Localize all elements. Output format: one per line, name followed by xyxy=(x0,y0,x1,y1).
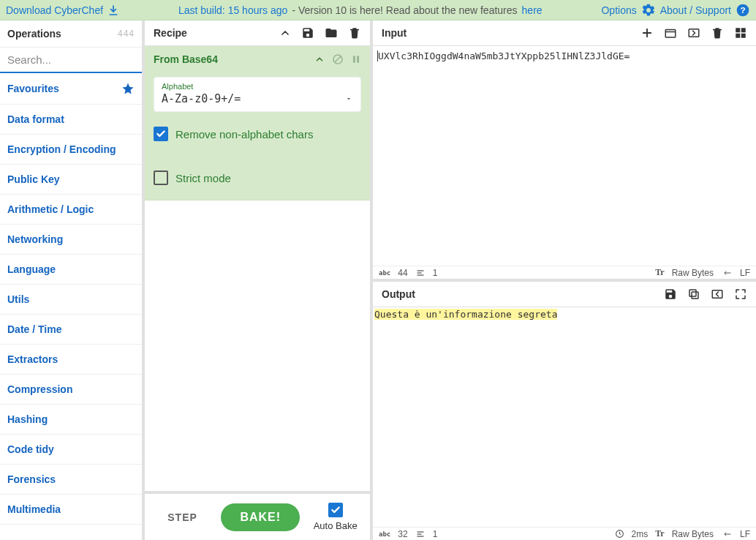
chevron-up-icon[interactable] xyxy=(279,26,291,40)
svg-rect-9 xyxy=(689,29,699,37)
folder-icon[interactable] xyxy=(325,26,338,40)
svg-rect-12 xyxy=(736,34,740,38)
input-title: Input xyxy=(382,27,407,39)
category-item[interactable]: Utils xyxy=(0,285,142,315)
gear-icon[interactable] xyxy=(641,3,656,18)
download-link[interactable]: Download CyberChef xyxy=(6,4,103,16)
svg-rect-4 xyxy=(353,56,355,62)
category-item[interactable]: Encryption / Encoding xyxy=(0,135,142,165)
recipe-header: Recipe xyxy=(145,20,370,46)
input-line-count: 1 xyxy=(433,268,438,278)
svg-rect-8 xyxy=(665,30,676,38)
remove-non-alpha-label: Remove non-alphabet chars xyxy=(175,128,313,140)
category-item[interactable]: Language xyxy=(0,255,142,285)
build-info: Last build: 15 hours ago - Version 10 is… xyxy=(119,4,601,16)
output-editor[interactable]: Questa è un'informazione segreta xyxy=(373,307,756,527)
remove-non-alpha-option[interactable]: Remove non-alphabet chars xyxy=(154,127,361,141)
output-char-count: 32 xyxy=(398,529,407,539)
output-statusbar: abc 32 1 2ms Tr Raw Bytes LF xyxy=(373,527,756,540)
input-statusbar: abc 44 1 Tr Raw Bytes LF xyxy=(373,266,756,279)
svg-rect-19 xyxy=(689,290,696,296)
category-item[interactable]: Forensics xyxy=(0,465,142,495)
category-item[interactable]: Hashing xyxy=(0,405,142,435)
checkbox-unchecked-icon[interactable] xyxy=(154,170,168,185)
help-icon[interactable]: ? xyxy=(736,3,750,18)
encoding-icon[interactable]: Tr xyxy=(655,267,664,278)
save-output-icon[interactable] xyxy=(664,288,677,301)
eol-icon[interactable] xyxy=(721,530,733,539)
eol-icon[interactable] xyxy=(721,269,733,277)
input-eol[interactable]: LF xyxy=(740,268,750,278)
operations-title: Operations xyxy=(7,28,61,40)
operations-panel: Operations 444 FavouritesData formatEncr… xyxy=(0,20,145,540)
category-item[interactable]: Data format xyxy=(0,105,142,135)
category-item[interactable]: Arithmetic / Logic xyxy=(0,195,142,225)
search-input[interactable] xyxy=(0,48,142,73)
alphabet-select[interactable]: Alphabet A-Za-z0-9+/= xyxy=(154,77,361,112)
auto-bake-label: Auto Bake xyxy=(314,520,358,531)
open-file-icon[interactable] xyxy=(687,26,700,40)
svg-line-3 xyxy=(335,56,341,62)
clear-io-icon[interactable] xyxy=(711,26,724,40)
category-label: Encryption / Encoding xyxy=(7,143,116,155)
category-item[interactable]: Date / Time xyxy=(0,315,142,345)
category-item[interactable]: Compression xyxy=(0,375,142,405)
copy-output-icon[interactable] xyxy=(687,288,700,301)
svg-rect-18 xyxy=(692,292,698,299)
bake-time: 2ms xyxy=(632,529,649,539)
disable-icon[interactable] xyxy=(332,53,344,65)
input-editor[interactable]: UXVlc3RhIOggdW4naW5mb3JtYXppb25lIHNlZ3Jl… xyxy=(373,46,756,266)
category-item[interactable]: Networking xyxy=(0,225,142,255)
top-banner: Download CyberChef Last build: 15 hours … xyxy=(0,0,756,20)
options-link[interactable]: Options xyxy=(601,4,636,16)
pause-icon[interactable] xyxy=(351,53,361,65)
reset-layout-icon[interactable] xyxy=(734,26,747,40)
strict-mode-option[interactable]: Strict mode xyxy=(154,170,361,185)
star-icon xyxy=(121,82,135,95)
about-link[interactable]: About / Support xyxy=(660,4,731,16)
step-button[interactable]: STEP xyxy=(157,504,208,530)
strict-mode-label: Strict mode xyxy=(175,172,231,184)
output-encoding-label[interactable]: Raw Bytes xyxy=(672,529,714,539)
save-icon[interactable] xyxy=(301,26,314,40)
encoding-icon[interactable]: Tr xyxy=(655,528,664,539)
chevron-down-icon[interactable] xyxy=(344,94,353,103)
download-icon[interactable] xyxy=(107,4,119,16)
checkbox-checked-icon[interactable] xyxy=(154,127,168,141)
open-folder-icon[interactable] xyxy=(664,26,677,40)
recipe-panel: Recipe From Base64 xyxy=(145,20,373,540)
collapse-icon[interactable] xyxy=(314,53,325,65)
add-tab-icon[interactable] xyxy=(640,26,654,40)
checkbox-checked-icon[interactable] xyxy=(328,503,343,517)
category-label: Networking xyxy=(7,233,63,245)
category-item[interactable]: Public Key xyxy=(0,165,142,195)
category-item[interactable]: Favourites xyxy=(0,73,142,105)
input-char-count: 44 xyxy=(398,268,407,278)
output-eol[interactable]: LF xyxy=(740,529,750,539)
maximise-icon[interactable] xyxy=(734,288,747,301)
input-encoding-label[interactable]: Raw Bytes xyxy=(672,268,714,278)
replace-input-icon[interactable] xyxy=(711,288,724,301)
svg-rect-13 xyxy=(741,34,746,38)
operation-card: From Base64 Al xyxy=(145,46,370,200)
recipe-footer: STEP BAKE! Auto Bake xyxy=(145,491,370,540)
last-build-link[interactable]: Last build: 15 hours ago xyxy=(178,4,287,16)
auto-bake-toggle[interactable]: Auto Bake xyxy=(314,503,358,531)
bake-button[interactable]: BAKE! xyxy=(221,503,300,531)
output-line-count: 1 xyxy=(433,529,438,539)
category-label: Utils xyxy=(7,293,29,305)
category-item[interactable]: Code tidy xyxy=(0,435,142,465)
operations-count: 444 xyxy=(118,29,135,39)
trash-icon[interactable] xyxy=(348,26,361,40)
char-count-icon: abc xyxy=(379,530,390,538)
line-count-icon xyxy=(415,269,426,277)
category-item[interactable]: Extractors xyxy=(0,345,142,375)
svg-text:?: ? xyxy=(740,5,745,15)
time-icon xyxy=(615,529,624,539)
category-label: Code tidy xyxy=(7,443,54,455)
category-label: Compression xyxy=(7,383,72,395)
category-label: Arithmetic / Logic xyxy=(7,203,94,215)
new-features-link[interactable]: here xyxy=(522,4,543,16)
category-item[interactable]: Multimedia xyxy=(0,495,142,525)
category-label: Extractors xyxy=(7,353,58,365)
